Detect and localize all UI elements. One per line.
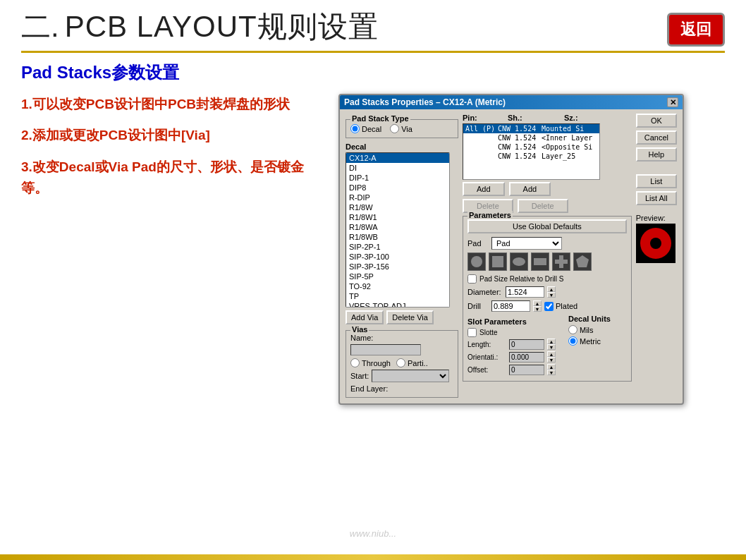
pin-add-delete-row: Add Add — [463, 182, 632, 196]
diameter-spin-down[interactable]: ▼ — [547, 292, 556, 298]
partial-radio[interactable] — [396, 358, 405, 367]
vias-start-row: Start: — [350, 370, 453, 382]
pin-area: Pin: Sh.: Sz.: All (P) CNW 1.524 Mounted… — [463, 114, 632, 213]
delete-via-button[interactable]: Delete Via — [386, 310, 434, 324]
length-row: Length: ▲ ▼ — [467, 339, 556, 350]
pad-shape-square[interactable] — [489, 252, 507, 271]
use-global-defaults-button[interactable]: Use Global Defaults — [467, 219, 627, 233]
section-title: Pad Stacks参数设置 — [21, 61, 725, 84]
slotte-checkbox[interactable] — [467, 328, 477, 337]
length-spin-down[interactable]: ▼ — [547, 344, 556, 350]
orientation-input[interactable] — [509, 352, 544, 363]
drill-label: Drill — [467, 302, 489, 310]
add-via-button[interactable]: Add Via — [346, 310, 384, 324]
list-button[interactable]: List — [636, 174, 677, 188]
list-item-sip3p156: SIP-3P-156 — [346, 262, 449, 272]
partial-radio-label[interactable]: Parti.. — [396, 358, 428, 367]
svg-marker-6 — [576, 255, 589, 267]
pad-shape-oval[interactable] — [510, 252, 528, 271]
metric-radio[interactable] — [568, 336, 577, 346]
orientation-spin-up[interactable]: ▲ — [547, 351, 556, 357]
metric-radio-label[interactable]: Metric — [568, 336, 611, 346]
vias-start-select[interactable] — [372, 370, 449, 382]
dialog-left-panel: Pad Stack Type Decal Via — [346, 114, 458, 398]
slot-parameters-section: Slot Parameters Slotte Length: ▲ — [467, 317, 556, 377]
pad-shape-rect[interactable] — [531, 252, 549, 271]
pad-dropdown[interactable]: Pad — [491, 237, 562, 250]
pin-row-0[interactable]: All (P) CNW 1.524 Mounted Si — [463, 124, 599, 133]
drill-spinner[interactable]: ▲ ▼ — [533, 300, 542, 312]
list-item-tp: TP — [346, 291, 449, 301]
svg-rect-3 — [534, 258, 546, 265]
preview-label: Preview: — [636, 214, 677, 222]
dialog-title: Pad Stacks Properties – CX12-A (Metric) — [344, 97, 506, 107]
offset-spin-up[interactable]: ▲ — [547, 364, 556, 370]
list-item-sip5p: SIP-5P — [346, 272, 449, 281]
length-spin-up[interactable]: ▲ — [547, 339, 556, 344]
svg-point-8 — [650, 238, 661, 249]
pin-delete2-button[interactable]: Delete — [518, 199, 568, 213]
pin-listbox[interactable]: All (P) CNW 1.524 Mounted Si CNW 1.524 <… — [463, 123, 600, 180]
pin-row-3[interactable]: CNW 1.524 Layer_25 — [463, 152, 599, 161]
diameter-input[interactable] — [506, 286, 544, 298]
via-radio[interactable] — [390, 124, 399, 133]
through-radio-label[interactable]: Through — [350, 358, 391, 367]
orientation-spin-down[interactable]: ▼ — [547, 357, 556, 363]
dialog-close-button[interactable]: ✕ — [667, 97, 678, 107]
via-radio-label[interactable]: Via — [390, 124, 412, 133]
offset-spin-down[interactable]: ▼ — [547, 370, 556, 375]
cancel-button[interactable]: Cancel — [636, 130, 677, 145]
list-item-r18wa: R1/8WA — [346, 222, 449, 232]
decal-radio-label[interactable]: Decal — [350, 124, 381, 133]
parameters-group: Parameters Use Global Defaults Pad Pad — [463, 216, 632, 382]
pin-add-button[interactable]: Add — [463, 182, 505, 196]
ok-button[interactable]: OK — [636, 114, 677, 128]
return-button[interactable]: 返回 — [667, 13, 725, 47]
pin-add2-button[interactable]: Add — [509, 182, 551, 196]
vias-name-row: Name: — [350, 334, 453, 342]
plated-checkbox[interactable] — [544, 302, 554, 311]
pad-size-relative-checkbox[interactable] — [467, 274, 477, 284]
list-item-sip2p1: SIP-2P-1 — [346, 242, 449, 252]
pad-stack-type-legend: Pad Stack Type — [350, 114, 410, 123]
svg-point-0 — [471, 256, 482, 267]
dialog-middle-panel: Pin: Sh.: Sz.: All (P) CNW 1.524 Mounted… — [463, 114, 632, 398]
drill-row: Drill ▲ ▼ Plated — [467, 300, 627, 312]
pad-shape-custom2[interactable] — [573, 252, 592, 271]
pad-shape-custom1[interactable] — [552, 252, 570, 271]
mils-radio-label[interactable]: Mils — [568, 325, 611, 334]
length-input[interactable] — [509, 339, 544, 350]
list-item-to92: TO-92 — [346, 281, 449, 291]
point-3: 3.改变Decal或Via Pad的尺寸、形状、是否镀金等。 — [21, 157, 310, 200]
decal-radio[interactable] — [350, 124, 360, 133]
list-all-button[interactable]: List All — [636, 191, 677, 205]
pad-shape-circle[interactable] — [467, 252, 486, 271]
drill-spin-up[interactable]: ▲ — [533, 300, 542, 306]
offset-spinner[interactable]: ▲ ▼ — [547, 364, 556, 375]
dialog-window: Pad Stacks Properties – CX12-A (Metric) … — [338, 94, 684, 405]
diameter-label: Diameter: — [467, 288, 503, 296]
point-2: 2.添加或更改PCB设计图中[Via] — [21, 125, 310, 146]
drill-spin-down[interactable]: ▼ — [533, 306, 542, 312]
pad-label: Pad — [467, 239, 487, 248]
title-en: PCB LAYOUT规则设置 — [65, 7, 379, 47]
title-prefix: 二. — [21, 7, 59, 47]
help-button[interactable]: Help — [636, 147, 677, 162]
orientation-spinner[interactable]: ▲ ▼ — [547, 351, 556, 363]
point-1: 1.可以改变PCB设计图中PCB封装焊盘的形状 — [21, 94, 310, 115]
diameter-spinner[interactable]: ▲ ▼ — [547, 286, 556, 298]
dialog-body: Pad Stack Type Decal Via — [340, 109, 683, 403]
diameter-spin-up[interactable]: ▲ — [547, 286, 556, 292]
offset-input[interactable] — [509, 365, 544, 375]
mils-radio[interactable] — [568, 325, 577, 334]
vias-name-input[interactable] — [350, 344, 421, 355]
drill-input[interactable] — [491, 300, 530, 312]
page-title: 二. PCB LAYOUT规则设置 — [21, 7, 725, 53]
pin-row-2[interactable]: CNW 1.524 <Opposite Si — [463, 142, 599, 152]
main-container: 返回 二. PCB LAYOUT规则设置 Pad Stacks参数设置 1.可以… — [0, 0, 746, 560]
vias-radio-row: Through Parti.. — [350, 358, 453, 367]
through-radio[interactable] — [350, 358, 360, 367]
length-spinner[interactable]: ▲ ▼ — [547, 339, 556, 350]
pin-row-1[interactable]: CNW 1.524 <Inner Layer — [463, 133, 599, 142]
decal-listbox[interactable]: CX12-A DI DIP-1 DIP8 R-DIP R1/8W R1/8W1 … — [346, 152, 450, 308]
